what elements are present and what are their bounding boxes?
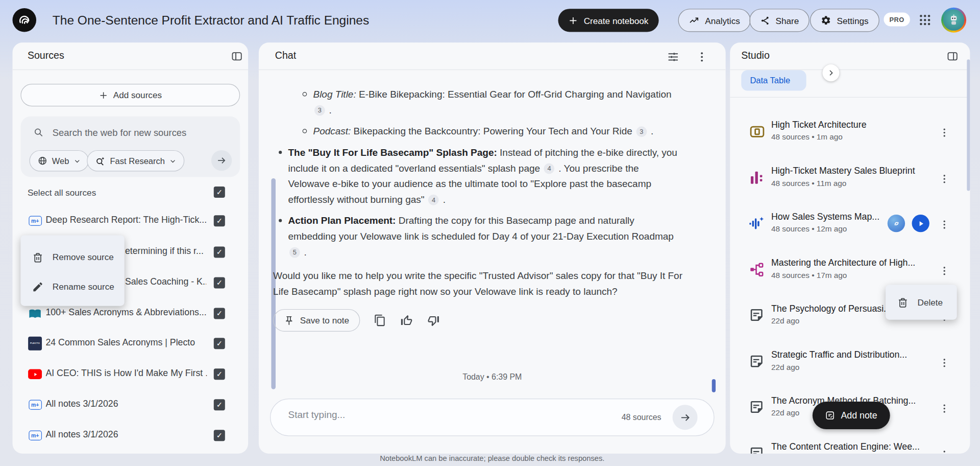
settings-button[interactable]: Settings (810, 9, 879, 32)
studio-panel: Studio Data Table High Ticket Architectu… (730, 42, 970, 453)
studio-item[interactable]: Strategic Traffic and Distribution... 22… (730, 348, 970, 378)
web-filter-dropdown[interactable]: Web (30, 150, 89, 172)
select-all-label: Select all sources (28, 188, 96, 198)
chevron-down-icon (169, 157, 176, 164)
pencil-icon (32, 281, 43, 292)
notebook-note-icon: m+ (28, 398, 42, 412)
assistant-message: Blog Title: E-Bike Bikepacking: Essentia… (273, 86, 682, 332)
source-checkbox[interactable] (214, 215, 225, 226)
interactive-mode-icon[interactable] (888, 215, 905, 232)
source-checkbox[interactable] (214, 368, 225, 380)
select-all-checkbox[interactable] (214, 187, 225, 198)
copy-icon[interactable] (374, 314, 386, 327)
source-row[interactable]: AI CEO: THIS is How I'd Make My First ..… (12, 363, 248, 385)
more-options-icon[interactable] (939, 217, 951, 232)
source-row[interactable]: m+ All notes 3/1/2026 (12, 394, 248, 415)
mindmap-icon (749, 262, 766, 278)
studio-header: Studio (730, 42, 970, 70)
source-context-menu: Remove source Rename source (20, 235, 124, 306)
studio-item[interactable]: High Ticket Architecture 48 sources • 1m… (730, 118, 970, 148)
chat-settings-icon[interactable] (667, 51, 679, 63)
sources-header: Sources (12, 42, 248, 70)
delete-menu-item[interactable]: Delete (886, 285, 957, 320)
play-icon[interactable] (912, 215, 929, 232)
note-icon (749, 307, 766, 324)
robot-avatar-image (943, 9, 965, 31)
web-search-card: Web Fast Research (20, 116, 240, 177)
source-count-label: 48 sources (622, 412, 662, 422)
note-icon (749, 446, 766, 454)
rename-source-menu-item[interactable]: Rename source (20, 273, 124, 299)
chevron-down-icon (74, 157, 80, 164)
youtube-icon (28, 367, 42, 381)
research-mode-dropdown[interactable]: Fast Research (87, 150, 184, 172)
research-sparkle-icon (95, 155, 106, 166)
plus-icon (568, 15, 578, 26)
chat-paragraph: Would you like me to help you write the … (273, 268, 682, 299)
trash-icon (32, 251, 43, 263)
studio-item[interactable]: Mastering the Architecture of High... 48… (730, 256, 970, 286)
source-checkbox[interactable] (214, 246, 225, 258)
more-options-icon[interactable] (939, 448, 951, 454)
user-avatar[interactable] (941, 8, 966, 33)
chat-input[interactable] (287, 409, 558, 421)
save-to-note-button[interactable]: Save to note (273, 309, 360, 332)
more-options-icon[interactable] (939, 356, 951, 370)
pin-icon (284, 315, 295, 326)
notebooklm-logo-icon[interactable] (12, 8, 36, 32)
search-submit-icon[interactable] (211, 150, 232, 171)
analytics-button[interactable]: Analytics (678, 9, 751, 32)
source-checkbox[interactable] (214, 399, 225, 410)
more-options-icon[interactable] (939, 264, 951, 278)
studio-context-menu: Delete (886, 285, 957, 320)
collapse-panel-icon[interactable] (231, 50, 243, 62)
trash-icon (897, 296, 909, 308)
select-all-row: Select all sources (12, 183, 248, 204)
source-checkbox[interactable] (214, 430, 225, 441)
search-input[interactable] (51, 126, 223, 138)
app-header: The One-Sentence Profit Extractor and AI… (0, 0, 980, 40)
studio-item[interactable]: High-Ticket Mastery Sales Blueprint 48 s… (730, 164, 970, 194)
carousel-next-icon[interactable] (822, 64, 839, 81)
more-options-icon[interactable] (939, 401, 951, 416)
more-options-icon[interactable] (939, 172, 951, 187)
remove-source-menu-item[interactable]: Remove source (20, 244, 124, 270)
source-checkbox[interactable] (214, 308, 225, 319)
chat-panel: Chat Blog Title: E-Bike Bikepacking: Ess… (259, 42, 726, 453)
more-options-icon[interactable] (939, 125, 951, 140)
notebook-title[interactable]: The One-Sentence Profit Extractor and AI… (53, 0, 369, 40)
collapse-panel-icon[interactable] (946, 50, 959, 62)
add-note-button[interactable]: Add note (813, 402, 890, 429)
message-actions: Save to note (273, 309, 682, 332)
studio-item[interactable]: How Sales Systems Map... 48 sources • 12… (730, 209, 970, 240)
source-checkbox[interactable] (214, 277, 225, 288)
sources-title: Sources (28, 50, 64, 61)
studio-scrollbar[interactable] (967, 59, 970, 191)
sources-panel: Sources Add sources Web Fast Research (12, 42, 248, 453)
chat-input-bar: 48 sources (270, 399, 715, 436)
apps-grid-icon[interactable] (918, 13, 932, 27)
share-button[interactable]: Share (749, 9, 810, 32)
plus-icon (99, 90, 108, 100)
notebooklm-app: The One-Sentence Profit Extractor and AI… (0, 0, 980, 466)
share-icon (760, 15, 770, 26)
data-table-chip[interactable]: Data Table (741, 70, 806, 90)
chat-timestamp: Today • 6:39 PM (259, 372, 726, 382)
source-checkbox[interactable] (214, 338, 225, 349)
add-sources-button[interactable]: Add sources (20, 84, 240, 106)
chat-more-options-icon[interactable] (696, 51, 708, 63)
send-icon[interactable] (673, 405, 698, 430)
audio-overview-icon (749, 215, 766, 232)
create-notebook-button[interactable]: Create notebook (558, 9, 658, 32)
chat-list-item: Blog Title: E-Bike Bikepacking: Essentia… (273, 86, 682, 118)
book-icon (28, 307, 42, 320)
source-row[interactable]: 100+ Sales Acronyms & Abbreviations... (12, 303, 248, 324)
source-row[interactable]: m+ All notes 3/1/2026 (12, 425, 248, 446)
flashcards-icon (749, 123, 766, 140)
studio-item[interactable]: The Content Creation Engine: Wee... (730, 440, 970, 454)
thumbs-up-icon[interactable] (400, 314, 413, 327)
source-row[interactable]: m+ Deep Research Report: The High-Tick..… (12, 210, 248, 231)
thumbs-down-icon[interactable] (427, 314, 440, 327)
globe-icon (37, 156, 47, 166)
source-row[interactable]: PLECTO 24 Common Sales Acronyms | Plecto (12, 333, 248, 354)
